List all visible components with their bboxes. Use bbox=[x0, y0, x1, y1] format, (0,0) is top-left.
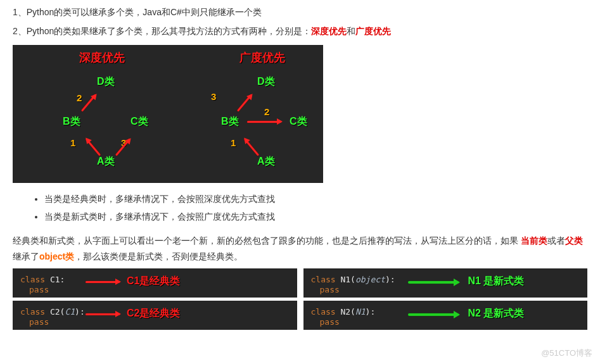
annot-c2: C2是经典类 bbox=[127, 307, 180, 320]
annot-n2: N2 是新式类 bbox=[468, 307, 525, 320]
kw-class-n1: class bbox=[311, 275, 336, 284]
watermark: @51CTO博客 bbox=[541, 348, 592, 359]
node-d-left: D类 bbox=[97, 75, 115, 89]
e3: 或者 bbox=[547, 235, 565, 246]
c2-param: C1 bbox=[65, 307, 75, 317]
num-3-right: 3 bbox=[211, 91, 216, 102]
node-d-right: D类 bbox=[257, 75, 275, 89]
arrow-n2 bbox=[408, 313, 459, 316]
arrow-c1 bbox=[86, 281, 120, 283]
annot-n1: N1 是新式类 bbox=[468, 275, 525, 288]
n2-param: N1 bbox=[355, 307, 366, 317]
explanation: 经典类和新式类，从字面上可以看出一个老一个新，新的必然包含了跟多的功能，也是之后… bbox=[13, 233, 587, 265]
annot-c1: C1是经典类 bbox=[127, 275, 180, 288]
e5: 继承了 bbox=[13, 251, 39, 261]
arrow-1-right bbox=[244, 138, 259, 156]
num-1-left: 1 bbox=[70, 137, 75, 148]
n2-sig-c: ): bbox=[366, 307, 376, 317]
arrow-1-left bbox=[86, 138, 101, 156]
node-b-left: B类 bbox=[63, 115, 80, 129]
e4: 父类 bbox=[565, 235, 583, 246]
arrow-3-right bbox=[237, 94, 252, 111]
code-n2: class N2(N1): pass N2 是新式类 bbox=[303, 301, 588, 330]
node-c-right: C类 bbox=[290, 115, 307, 129]
code-n1: class N1(object): pass N1 是新式类 bbox=[303, 268, 588, 298]
arrow-2-right bbox=[247, 121, 281, 123]
c1-sig: C1: bbox=[45, 275, 65, 284]
arrow-c2 bbox=[86, 313, 120, 315]
inheritance-diagram: 深度优先 广度优先 D类 B类 C类 A类 1 2 3 D类 B类 C类 A类 … bbox=[13, 45, 323, 183]
arrow-n1 bbox=[408, 281, 459, 284]
n1-sig-c: ): bbox=[385, 275, 395, 284]
code-c1: class C1: pass C1是经典类 bbox=[13, 268, 297, 298]
breadth-first-label: 广度优先 bbox=[355, 26, 391, 36]
kw-class-n2: class bbox=[311, 307, 336, 317]
node-a-left: A类 bbox=[97, 155, 115, 168]
node-c-left: C类 bbox=[131, 115, 148, 129]
n1-obj: object bbox=[355, 275, 385, 284]
depth-first-title: 深度优先 bbox=[79, 50, 125, 65]
paragraph-1: 1、Python的类可以继承多个类，Java和C#中则只能继承一个类 bbox=[13, 5, 587, 19]
e1: 经典类和新式类，从字面上可以看出一个老一个新，新的必然包含了跟多的功能，也是之后… bbox=[13, 235, 521, 246]
n1-sig-a: N1( bbox=[336, 275, 355, 284]
num-2-right: 2 bbox=[264, 106, 269, 117]
num-2-left: 2 bbox=[77, 92, 82, 103]
node-a-right: A类 bbox=[257, 155, 275, 168]
n1-pass: pass bbox=[320, 285, 580, 294]
c2-sig-a: C2( bbox=[45, 307, 65, 317]
arrow-2-left bbox=[81, 94, 96, 111]
bullet-list: 当类是经典类时，多继承情况下，会按照深度优先方式查找 当类是新式类时，多继承情况… bbox=[44, 192, 587, 224]
e7: ，那么该类便是新式类，否则便是经典类。 bbox=[74, 251, 243, 261]
bullet-1: 当类是经典类时，多继承情况下，会按照深度优先方式查找 bbox=[44, 192, 587, 206]
bullet-2: 当类是新式类时，多继承情况下，会按照广度优先方式查找 bbox=[44, 210, 587, 223]
kw-class: class bbox=[20, 275, 45, 284]
p2-text: 2、Python的类如果继承了多个类，那么其寻找方法的方式有两种，分别是： bbox=[13, 26, 311, 36]
n2-pass: pass bbox=[320, 317, 580, 327]
e6-object: object类 bbox=[39, 251, 74, 261]
code-row-2: class C2(C1): pass C2是经典类 class N2(N1): … bbox=[13, 301, 587, 330]
depth-first-label: 深度优先 bbox=[311, 26, 347, 36]
paragraph-2: 2、Python的类如果继承了多个类，那么其寻找方法的方式有两种，分别是：深度优… bbox=[13, 24, 587, 38]
kw-class-c2: class bbox=[20, 307, 45, 317]
num-1-right: 1 bbox=[231, 137, 236, 148]
node-b-right: B类 bbox=[221, 115, 239, 129]
code-row-1: class C1: pass C1是经典类 class N1(object): … bbox=[13, 268, 587, 298]
p2-and: 和 bbox=[347, 26, 355, 36]
e2: 当前类 bbox=[521, 235, 547, 246]
breadth-first-title: 广度优先 bbox=[239, 50, 285, 65]
c2-sig-c: ): bbox=[75, 307, 85, 317]
n2-sig-a: N2( bbox=[336, 307, 355, 317]
code-c2: class C2(C1): pass C2是经典类 bbox=[13, 301, 297, 330]
